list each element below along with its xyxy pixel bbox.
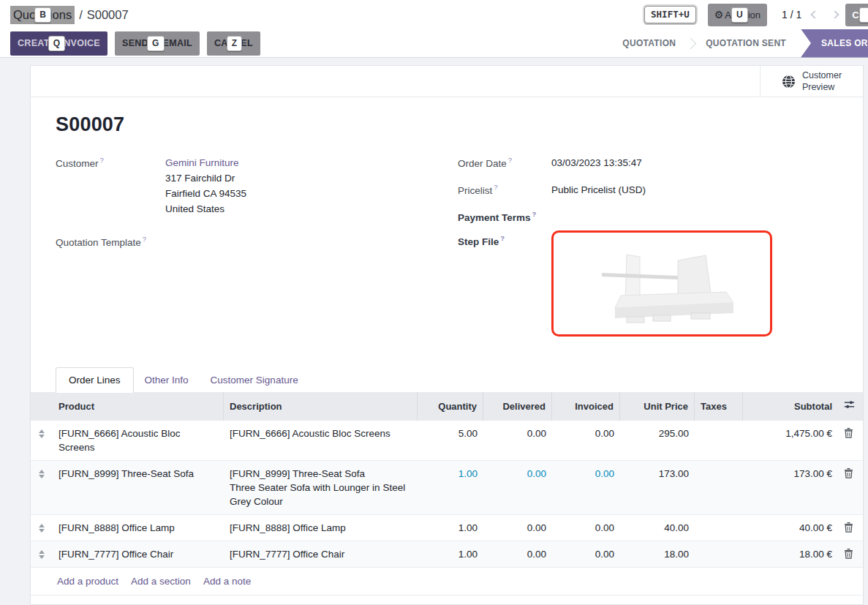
pricelist-field-value[interactable]: Public Pricelist (USD)	[551, 182, 646, 198]
table-row[interactable]: [FURN_8999] Three-Seat Sofa [FURN_8999] …	[31, 461, 863, 515]
customer-link[interactable]: Gemini Furniture	[165, 157, 239, 168]
delivered-column-header[interactable]: Delivered	[483, 392, 552, 421]
action-menu-label-pre: A	[725, 10, 731, 20]
handle-column-header	[31, 392, 53, 407]
product-column-header[interactable]: Product	[53, 392, 224, 421]
row-subtotal: 1,475.00 €	[743, 421, 838, 446]
send-email-button[interactable]: SENDGEMAIL	[115, 31, 200, 56]
cancel-button[interactable]: CAZEL	[207, 31, 260, 56]
row-quantity[interactable]: 1.00	[418, 515, 483, 541]
delete-row-button[interactable]	[838, 421, 863, 444]
table-row[interactable]: [FURN_7777] Office Chair [FURN_7777] Off…	[31, 541, 863, 568]
row-delivered: 0.00	[483, 461, 552, 486]
row-product[interactable]: [FURN_6666] Acoustic Bloc Screens	[53, 421, 224, 460]
tab-customer-signature[interactable]: Customer Signature	[200, 368, 309, 392]
add-a-section-link[interactable]: Add a section	[131, 576, 191, 587]
column-adjust-icon	[844, 399, 855, 410]
order-lines-table: Product Description Quantity Delivered I…	[31, 392, 863, 595]
row-unit-price[interactable]: 173.00	[620, 461, 695, 486]
taxes-column-header[interactable]: Taxes	[695, 392, 743, 421]
action-buttons: CREATQNVOICE SENDGEMAIL CAZEL	[10, 31, 260, 56]
field-step-file: Step File?	[458, 233, 838, 337]
breadcrumb-quotations-link[interactable]: QuoBions	[10, 6, 75, 24]
row-quantity[interactable]: 1.00	[418, 541, 483, 567]
table-header-row: Product Description Quantity Delivered I…	[31, 392, 863, 421]
row-invoiced: 0.00	[552, 421, 620, 446]
add-a-note-link[interactable]: Add a note	[203, 576, 251, 587]
field-order-date: Order Date? 03/03/2023 13:35:47	[458, 155, 838, 170]
create-invoice-button[interactable]: CREATQNVOICE	[10, 31, 107, 56]
optional-columns-button[interactable]	[838, 392, 863, 417]
invoiced-column-header[interactable]: Invoiced	[552, 392, 620, 421]
cancel-label-pre: CA	[214, 38, 228, 48]
notebook-tabs: Order Lines Other Info Customer Signatur…	[56, 367, 838, 392]
row-quantity[interactable]: 1.00	[418, 461, 483, 486]
row-taxes[interactable]	[695, 541, 743, 553]
row-taxes[interactable]	[695, 461, 743, 473]
send-email-label-pre: SEND	[122, 38, 148, 48]
customer-address-line: United States	[165, 201, 246, 217]
row-description[interactable]: [FURN_8888] Office Lamp	[224, 515, 418, 541]
drag-handle-icon[interactable]	[31, 421, 53, 444]
tab-order-lines[interactable]: Order Lines	[56, 367, 134, 393]
step-file-preview-box[interactable]	[551, 230, 772, 337]
row-taxes[interactable]	[695, 515, 743, 527]
cutoff-create-button[interactable]: C	[845, 4, 868, 26]
row-quantity[interactable]: 5.00	[418, 421, 483, 446]
order-date-field-label: Order Date?	[458, 155, 551, 170]
row-unit-price[interactable]: 40.00	[620, 515, 695, 541]
pager-previous-icon[interactable]	[811, 10, 819, 18]
row-product[interactable]: [FURN_8999] Three-Seat Sofa	[53, 461, 224, 486]
delete-row-button[interactable]	[838, 541, 863, 565]
send-email-label-post: EMAIL	[163, 38, 192, 48]
row-invoiced: 0.00	[552, 515, 620, 541]
row-delivered: 0.00	[483, 421, 552, 446]
content-area: Customer Preview S00007 Customer? Gemini…	[0, 58, 868, 605]
breadcrumb-separator: /	[79, 8, 83, 22]
pager-next-icon[interactable]	[831, 10, 839, 18]
breadcrumb-quotations-post: ions	[50, 8, 72, 22]
unit-price-column-header[interactable]: Unit Price	[620, 392, 695, 421]
row-taxes[interactable]	[695, 421, 743, 432]
drag-handle-icon[interactable]	[31, 461, 53, 484]
drag-handle-icon[interactable]	[31, 541, 53, 565]
status-step-sales-order[interactable]: SALES ORDER	[801, 29, 868, 58]
trash-icon	[844, 467, 853, 478]
delete-row-button[interactable]	[838, 515, 863, 538]
row-subtotal: 173.00 €	[743, 461, 838, 486]
top-right-controls: SHIFT+U ⚙ AUion 1 / 1 C	[644, 4, 868, 26]
add-a-product-link[interactable]: Add a product	[57, 576, 118, 587]
table-row[interactable]: [FURN_8888] Office Lamp [FURN_8888] Offi…	[31, 515, 863, 541]
row-invoiced: 0.00	[552, 541, 620, 567]
row-description[interactable]: [FURN_7777] Office Chair	[224, 541, 418, 567]
status-step-quotation[interactable]: QUOTATION	[608, 29, 690, 58]
description-column-header[interactable]: Description	[224, 392, 418, 421]
table-row[interactable]: [FURN_6666] Acoustic Bloc Screens [FURN_…	[31, 421, 863, 461]
action-menu-button[interactable]: ⚙ AUion	[708, 4, 767, 26]
sheet-top-strip: Customer Preview	[31, 66, 863, 97]
trash-icon	[844, 427, 853, 438]
drag-handle-icon[interactable]	[31, 515, 53, 538]
sheet-body: S00007 Customer? Gemini Furniture 317 Fa…	[31, 113, 863, 605]
tab-other-info[interactable]: Other Info	[134, 368, 200, 392]
trash-icon	[844, 548, 853, 559]
row-unit-price[interactable]: 295.00	[620, 421, 695, 446]
sheet-footer: Terms and conditions... Total: 1,706.00 …	[56, 595, 838, 605]
order-date-field-value[interactable]: 03/03/2023 13:35:47	[551, 155, 642, 170]
help-icon: ?	[494, 183, 497, 191]
delete-row-button[interactable]	[838, 461, 863, 484]
table-body: [FURN_6666] Acoustic Bloc Screens [FURN_…	[31, 421, 863, 568]
row-unit-price[interactable]: 18.00	[620, 541, 695, 567]
help-icon: ?	[532, 210, 537, 218]
row-product[interactable]: [FURN_8888] Office Lamp	[53, 515, 224, 541]
payment-terms-field-label: Payment Terms?	[458, 209, 551, 223]
quantity-column-header[interactable]: Quantity	[418, 392, 483, 421]
row-description[interactable]: [FURN_8999] Three-Seat SofaThree Seater …	[224, 461, 418, 514]
customer-preview-button[interactable]: Customer Preview	[760, 66, 863, 97]
breadcrumb: QuoBions / S00007	[10, 6, 129, 24]
row-description[interactable]: [FURN_6666] Acoustic Bloc Screens	[224, 421, 418, 446]
subtotal-column-header[interactable]: Subtotal	[743, 392, 838, 421]
row-product[interactable]: [FURN_7777] Office Chair	[53, 541, 224, 567]
status-step-quotation-sent[interactable]: QUOTATION SENT	[691, 29, 801, 58]
step-file-3d-preview	[554, 233, 770, 334]
